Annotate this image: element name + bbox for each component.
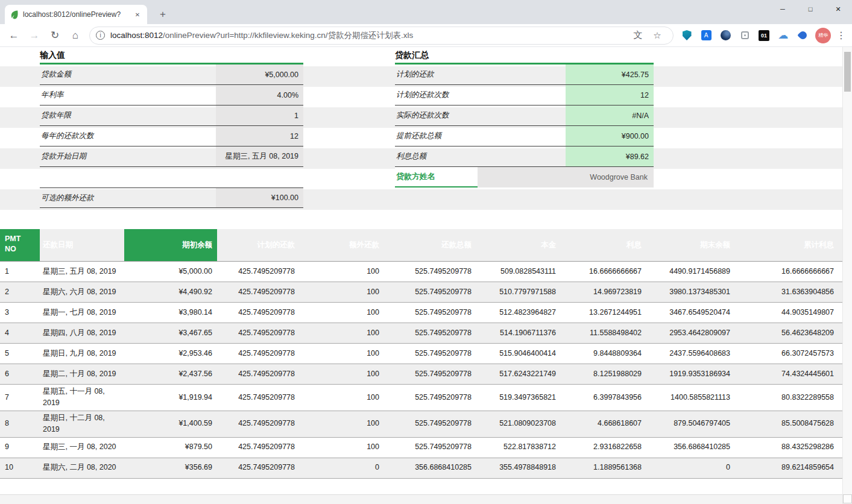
translate-icon[interactable]: 文	[630, 28, 646, 43]
spreadsheet-preview: 输入值 贷款金额¥5,000.00年利率4.00%贷款年限1每年的还款次数12贷…	[0, 47, 842, 504]
schedule-cell: 星期日, 十二月 08, 2019	[40, 412, 124, 436]
schedule-cell: 2953.4642809097	[646, 324, 735, 342]
schedule-cell: 3	[0, 304, 40, 321]
schedule-cell: 2437.5596408683	[646, 345, 735, 362]
schedule-cell: 74.4324445601	[735, 365, 839, 383]
badge-01-extension-icon[interactable]: 01	[756, 28, 772, 43]
page-info-icon[interactable]: i	[96, 31, 105, 40]
schedule-row: 1星期三, 五月 08, 2019¥5,000.00425.7495209778…	[0, 262, 842, 282]
url-text: localhost:8012/onlinePreview?url=http://…	[110, 30, 628, 41]
schedule-cell: 525.7495209778	[384, 263, 476, 280]
schedule-cell: 100	[300, 365, 384, 383]
schedule-header-cell: 还款日期	[40, 229, 124, 261]
schedule-cell: 星期四, 八月 08, 2019	[40, 324, 124, 342]
extra-payment-value: ¥100.00	[216, 188, 303, 207]
window-controls: ─ □ ✕	[769, 0, 852, 18]
horizontal-scrollbar[interactable]	[0, 494, 842, 504]
schedule-cell: 425.7495209778	[217, 386, 300, 409]
schedule-cell: 1.1889561368	[561, 459, 646, 477]
profile-avatar[interactable]: 精华	[815, 28, 831, 43]
schedule-cell: 879.5046797405	[646, 412, 735, 436]
new-tab-button[interactable]: +	[156, 7, 170, 22]
dark-circle-extension-icon[interactable]	[718, 28, 733, 43]
vertical-scrollbar[interactable]	[842, 47, 852, 504]
schedule-cell: 2.9316822658	[561, 439, 646, 456]
pointer-extension-icon[interactable]	[795, 28, 810, 43]
blue-extension-icon[interactable]: A	[698, 28, 714, 43]
schedule-cell: 525.7495209778	[384, 412, 476, 436]
gray-extension-icon[interactable]	[737, 28, 753, 43]
badge-01: 01	[759, 30, 769, 41]
cloud-extension-icon[interactable]: ☁	[775, 28, 791, 43]
schedule-cell: 1919.9353186934	[646, 365, 735, 383]
schedule-cell: 425.7495209778	[217, 345, 300, 362]
schedule-row: 8星期日, 十二月 08, 2019¥1,400.59425.749520977…	[0, 411, 842, 438]
schedule-header-cell: 累计利息	[735, 229, 839, 261]
summary-value: #N/A	[566, 106, 654, 125]
summary-value: ¥900.00	[566, 126, 654, 146]
schedule-cell: 100	[300, 263, 384, 280]
input-table-rows: 贷款金额¥5,000.00年利率4.00%贷款年限1每年的还款次数12贷款开始日…	[40, 65, 303, 167]
tab-bar: localhost:8012/onlinePreview? ✕ + ─ □ ✕	[0, 0, 852, 24]
input-row: 贷款年限1	[40, 106, 303, 126]
home-icon[interactable]: ⌂	[67, 27, 84, 44]
scrollbar-thumb[interactable]	[844, 52, 851, 92]
summary-table-rows: 计划的还款¥425.75计划的还款次数12实际的还款次数#N/A提前还款总额¥9…	[395, 65, 654, 167]
schedule-cell: 1400.5855821113	[646, 386, 735, 409]
shield-extension-icon[interactable]	[679, 28, 695, 43]
schedule-cell: 100	[300, 386, 384, 409]
schedule-cell: 425.7495209778	[217, 365, 300, 383]
schedule-header-cell: 计划的还款	[217, 229, 300, 261]
schedule-cell: 519.3497365821	[476, 386, 561, 409]
browser-tab[interactable]: localhost:8012/onlinePreview? ✕	[5, 5, 147, 24]
close-button[interactable]: ✕	[824, 0, 852, 18]
bookmark-star-icon[interactable]: ☆	[649, 28, 665, 43]
schedule-cell: 100	[300, 324, 384, 342]
schedule-cell: 2	[0, 283, 40, 301]
lender-row: 贷款方姓名 Woodgrove Bank	[395, 167, 654, 187]
cloud-glyph: ☁	[778, 29, 789, 42]
url-path: /onlinePreview?url=http://kkfileview.kek…	[163, 31, 413, 40]
minimize-button[interactable]: ─	[769, 0, 797, 18]
schedule-cell: 8.1251988029	[561, 365, 646, 383]
schedule-header-cell: 还款总额	[384, 229, 476, 261]
input-value: 12	[216, 126, 303, 146]
schedule-cell: 星期六, 六月 08, 2019	[40, 283, 124, 301]
schedule-cell: 100	[300, 412, 384, 436]
schedule-cell: ¥3,467.65	[124, 324, 217, 342]
address-bar[interactable]: i localhost:8012/onlinePreview?url=http:…	[89, 27, 674, 45]
browser-menu-icon[interactable]: ⋮	[834, 30, 848, 41]
spacer	[40, 167, 303, 187]
schedule-cell: 星期三, 五月 08, 2019	[40, 263, 124, 280]
blue-square-shape: A	[701, 30, 712, 40]
schedule-cell: 16.6666666667	[561, 263, 646, 280]
schedule-cell: 44.9035149807	[735, 304, 839, 321]
summary-label: 提前还款总额	[395, 131, 566, 141]
input-label: 贷款年限	[40, 110, 216, 121]
schedule-cell: 515.9046400414	[476, 345, 561, 362]
forward-icon[interactable]: →	[26, 27, 43, 44]
schedule-cell: ¥5,000.00	[124, 263, 217, 280]
schedule-header-cell: 额外还款	[300, 229, 384, 261]
scrollbar-corner-button[interactable]	[843, 494, 852, 503]
back-icon[interactable]: ←	[5, 27, 22, 44]
schedule-cell: 0	[646, 459, 735, 477]
schedule-cell: 80.8322289558	[735, 386, 839, 409]
schedule-header-cell: PMT NO	[0, 229, 40, 261]
schedule-cell: 星期日, 九月 08, 2019	[40, 345, 124, 362]
schedule-cell: 6.3997843956	[561, 386, 646, 409]
schedule-cell: 4	[0, 324, 40, 342]
maximize-button[interactable]: □	[797, 0, 824, 18]
tab-close-icon[interactable]: ✕	[133, 10, 142, 19]
schedule-cell: 100	[300, 304, 384, 321]
schedule-cell: 512.4823964827	[476, 304, 561, 321]
input-label: 每年的还款次数	[40, 131, 216, 141]
schedule-cell: 16.6666666667	[735, 263, 839, 280]
schedule-cell: 6	[0, 365, 40, 383]
schedule-cell: 9	[0, 439, 40, 456]
input-value: 1	[216, 106, 303, 125]
reload-icon[interactable]: ↻	[46, 27, 63, 44]
input-label: 贷款金额	[40, 69, 216, 80]
summary-label: 实际的还款次数	[395, 110, 566, 121]
schedule-cell: 525.7495209778	[384, 365, 476, 383]
